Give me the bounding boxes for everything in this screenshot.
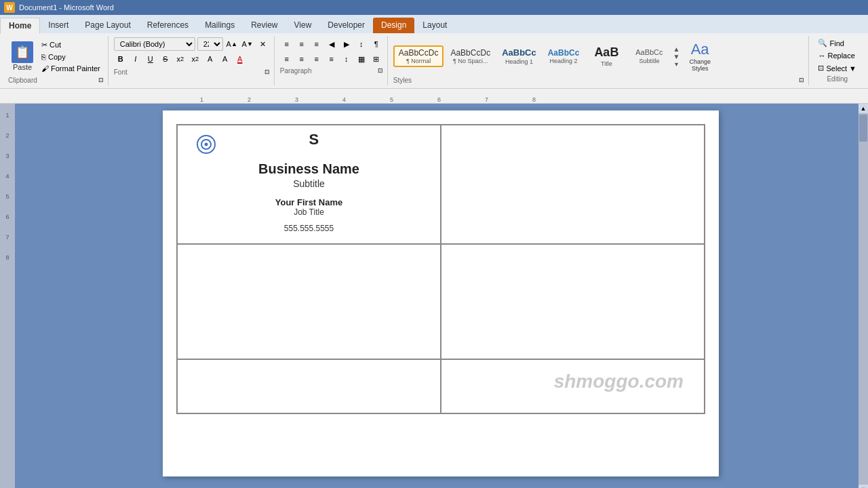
shading-button[interactable]: ▦ (355, 52, 368, 66)
document-area: 1 2 3 4 5 6 7 8 ▲ ▼ (0, 104, 868, 488)
font-top-row: Calibri (Body) 22 A▲ A▼ ✕ (114, 37, 270, 51)
replace-button[interactable]: ↔ Replace (814, 50, 860, 61)
tab-references[interactable]: References (139, 18, 197, 33)
superscript-button[interactable]: x2 (189, 52, 202, 66)
card-cell-bottom-left[interactable] (177, 359, 441, 413)
decrease-indent-button[interactable]: ◀ (325, 37, 338, 51)
style-normal-label: ¶ Normal (406, 58, 431, 64)
cut-button[interactable]: ✂ Cut (38, 39, 104, 51)
card-business-name[interactable]: Business Name (258, 161, 359, 177)
tab-view[interactable]: View (286, 18, 320, 33)
scroll-down-button[interactable]: ▼ (859, 485, 868, 488)
card-job-title[interactable]: Job Title (294, 207, 324, 217)
style-heading1-preview: AaBbCc (502, 47, 536, 58)
left-ruler-3: 3 (5, 152, 9, 159)
format-painter-button[interactable]: 🖌 Format Painter (38, 63, 104, 74)
style-subtitle-button[interactable]: AaBbCc Subtitle (629, 46, 669, 66)
styles-expand-icon[interactable]: ⊡ (799, 77, 804, 83)
select-button[interactable]: ⊡ Select ▼ (814, 62, 860, 74)
page-content: S Business Name Subtitle Your First Name… (163, 110, 719, 428)
style-heading1-button[interactable]: AaBbCc Heading 1 (497, 45, 541, 67)
align-right-button[interactable]: ≡ (310, 52, 323, 66)
card-letter-s[interactable]: S (309, 131, 319, 148)
ruler-mark-4: 4 (342, 96, 346, 103)
ruler-mark-6: 6 (437, 96, 441, 103)
shrink-font-button[interactable]: A▼ (241, 37, 254, 51)
scroll-up-button[interactable]: ▲ (859, 104, 868, 113)
show-marks-button[interactable]: ¶ (370, 37, 383, 51)
paragraph-bottom: ≡ ≡ ≡ ≡ ↕ ▦ ⊞ (280, 52, 383, 66)
font-size-selector[interactable]: 22 (197, 37, 223, 51)
ruler-mark-7: 7 (485, 96, 488, 103)
bold-button[interactable]: B (114, 52, 127, 66)
tab-insert[interactable]: Insert (40, 18, 77, 33)
text-effects-button[interactable]: A (203, 52, 217, 66)
borders-button[interactable]: ⊞ (370, 52, 383, 66)
font-group: Calibri (Body) 22 A▲ A▼ ✕ B I U S x2 x2 … (110, 36, 275, 85)
subscript-button[interactable]: x2 (174, 52, 187, 66)
ruler-mark-5: 5 (390, 96, 393, 103)
line-spacing-button[interactable]: ↕ (340, 52, 353, 66)
card-subtitle-text[interactable]: Subtitle (293, 178, 325, 189)
style-subtitle-preview: AaBbCc (635, 48, 663, 57)
numbering-button[interactable]: ≡ (295, 37, 309, 51)
document-page[interactable]: S Business Name Subtitle Your First Name… (163, 110, 719, 476)
tab-page-layout[interactable]: Page Layout (77, 18, 138, 33)
style-no-spacing-preview: AaBbCcDc (450, 48, 490, 58)
styles-scroll-more-icon[interactable]: ▾ (675, 60, 678, 68)
font-middle-row: B I U S x2 x2 A A A (114, 52, 270, 66)
align-left-button[interactable]: ≡ (280, 52, 294, 66)
title-bar: W Document1 - Microsoft Word (0, 0, 868, 15)
underline-button[interactable]: U (144, 52, 157, 66)
card-cell-bottom-right[interactable]: shmoggo.com (441, 359, 705, 413)
style-title-button[interactable]: AaB Title (586, 43, 627, 69)
highlight-button[interactable]: A (218, 52, 232, 66)
increase-indent-button[interactable]: ▶ (340, 37, 353, 51)
tab-layout[interactable]: Layout (414, 18, 455, 33)
card-cell-top-right[interactable] (441, 125, 705, 244)
sort-button[interactable]: ↕ (355, 37, 368, 51)
clear-format-button[interactable]: ✕ (256, 37, 270, 51)
font-expand-icon[interactable]: ⊡ (264, 68, 270, 75)
style-heading2-button[interactable]: AaBbCc Heading 2 (543, 46, 585, 66)
ruler-inner: 1 2 3 4 5 6 7 8 (159, 89, 715, 103)
font-name-selector[interactable]: Calibri (Body) (114, 37, 195, 51)
copy-button[interactable]: ⎘ Copy (38, 52, 104, 62)
styles-scroll-control[interactable]: ▲ ▼ ▾ (671, 45, 681, 68)
change-styles-button[interactable]: Aa ChangeStyles (683, 37, 717, 75)
italic-button[interactable]: I (129, 52, 142, 66)
card-cell-top-left[interactable]: S Business Name Subtitle Your First Name… (177, 125, 441, 244)
styles-scroll-up-icon[interactable]: ▲ (673, 45, 679, 53)
paragraph-expand-icon[interactable]: ⊡ (378, 67, 383, 74)
styles-scroll-down-icon[interactable]: ▼ (673, 53, 679, 60)
grow-font-button[interactable]: A▲ (225, 37, 239, 51)
tab-design[interactable]: Design (373, 18, 414, 33)
align-center-button[interactable]: ≡ (295, 52, 309, 66)
card-first-name[interactable]: Your First Name (275, 197, 342, 207)
card-cell-middle-left[interactable] (177, 244, 441, 359)
font-color-button[interactable]: A (233, 52, 247, 66)
right-scrollbar: ▲ ▼ (859, 104, 868, 488)
paste-icon: 📋 (12, 41, 33, 63)
tab-review[interactable]: Review (243, 18, 285, 33)
bullets-button[interactable]: ≡ (280, 37, 294, 51)
styles-group: AaBbCcDc ¶ Normal AaBbCcDc ¶ No Spaci...… (389, 36, 810, 85)
find-button[interactable]: 🔍 Find (814, 37, 860, 49)
watermark: shmoggo.com (554, 371, 684, 392)
style-no-spacing-button[interactable]: AaBbCcDc ¶ No Spaci... (446, 46, 495, 66)
card-cell-middle-right[interactable] (441, 244, 705, 359)
clipboard-expand-icon[interactable]: ⊡ (98, 77, 104, 83)
style-normal-button[interactable]: AaBbCcDc ¶ Normal (393, 45, 444, 67)
scroll-thumb[interactable] (859, 115, 867, 142)
multilevel-button[interactable]: ≡ (310, 37, 323, 51)
paste-button[interactable]: 📋 Paste (8, 39, 37, 73)
tab-developer[interactable]: Developer (319, 18, 373, 33)
justify-button[interactable]: ≡ (325, 52, 338, 66)
ruler-mark-1: 1 (200, 96, 203, 103)
strikethrough-button[interactable]: S (159, 52, 172, 66)
card-phone[interactable]: 555.555.5555 (284, 224, 334, 233)
tab-home[interactable]: Home (0, 18, 40, 34)
tab-mailings[interactable]: Mailings (197, 18, 243, 33)
style-title-preview: AaB (594, 45, 618, 60)
left-ruler-8: 8 (5, 254, 9, 261)
